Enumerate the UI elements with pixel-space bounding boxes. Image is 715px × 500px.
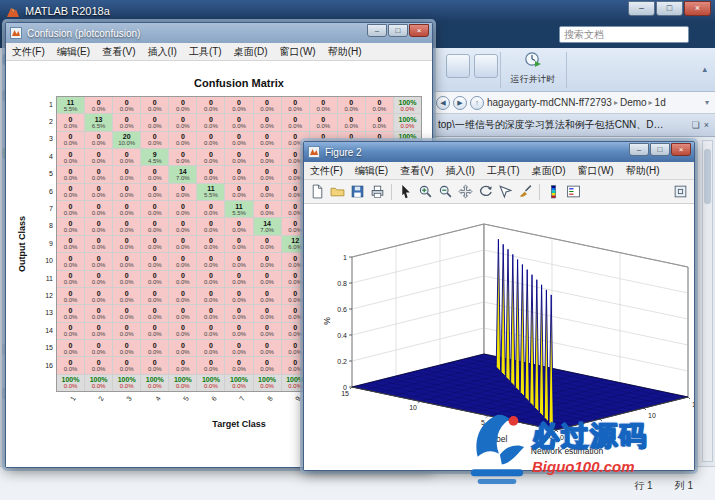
confusion-cell: 00.0%: [141, 340, 168, 356]
confusion-cell: 00.0%: [141, 357, 168, 373]
confusion-cell: 00.0%: [225, 323, 252, 339]
figure2-titlebar[interactable]: Figure 2 – □ ×: [304, 142, 694, 162]
print-icon[interactable]: [368, 182, 387, 201]
confusion-cell: 00.0%: [113, 201, 140, 217]
chevron-down-icon[interactable]: ▾: [705, 98, 709, 107]
run-and-time-button[interactable]: 运行并计时: [504, 50, 562, 90]
confusion-cell: 00.0%: [169, 236, 196, 252]
colorbar-icon[interactable]: [544, 182, 563, 201]
dock-icon[interactable]: [671, 182, 690, 201]
zoom-out-icon[interactable]: [436, 182, 455, 201]
close-button[interactable]: ×: [409, 24, 429, 37]
confusion-cell: 00.0%: [141, 236, 168, 252]
zoom-in-icon[interactable]: [416, 182, 435, 201]
search-box[interactable]: [559, 26, 689, 43]
y-tick: 6: [33, 188, 53, 195]
confusion-titlebar[interactable]: Confusion (plotconfusion) – □ ×: [6, 23, 432, 43]
confusion-cell: 00.0%: [85, 132, 112, 148]
confusion-cell: 00.0%: [169, 357, 196, 373]
confusion-cell: 00.0%: [141, 114, 168, 130]
menu-item[interactable]: 文件(F): [6, 43, 51, 61]
forward-button[interactable]: ▶: [453, 96, 467, 110]
confusion-cell: 00.0%: [169, 132, 196, 148]
save-icon[interactable]: [348, 182, 367, 201]
toolbar-separator: [391, 184, 392, 200]
collapse-ribbon-icon[interactable]: ▴: [702, 64, 707, 74]
back-button[interactable]: ◀: [436, 96, 450, 110]
menu-item[interactable]: 编辑(E): [51, 43, 96, 61]
datacursor-icon[interactable]: [496, 182, 515, 201]
plot-title: Confusion Matrix: [194, 77, 284, 89]
breadcrumb-segment[interactable]: hagaygarty-mdCNN-ff72793: [487, 97, 612, 108]
confusion-cell: 00.0%: [254, 201, 281, 217]
watermark-logo-icon: [466, 408, 528, 490]
minimize-button[interactable]: –: [629, 143, 649, 156]
run-and-time-icon: [524, 50, 542, 68]
menu-item[interactable]: 查看(V): [394, 162, 439, 180]
menu-item[interactable]: 窗口(W): [572, 162, 620, 180]
menu-item[interactable]: 编辑(E): [349, 162, 394, 180]
brush-icon[interactable]: [516, 182, 535, 201]
minimize-button[interactable]: –: [628, 1, 655, 16]
close-tab-icon[interactable]: ×: [704, 120, 709, 130]
breadcrumb-separator: ▸: [614, 98, 618, 107]
main-titlebar[interactable]: MATLAB R2018a – □ ×: [0, 0, 715, 22]
rotate3d-icon[interactable]: [476, 182, 495, 201]
x-tick: 2: [85, 395, 105, 421]
confusion-cell: 00.0%: [254, 166, 281, 182]
confusion-cell: 00.0%: [169, 149, 196, 165]
menu-item[interactable]: 帮助(H): [322, 43, 368, 61]
confusion-cell: 00.0%: [225, 114, 252, 130]
confusion-cell: 00.0%: [225, 132, 252, 148]
y-tick: 11: [33, 275, 53, 282]
open-icon[interactable]: [328, 182, 347, 201]
menu-item[interactable]: 桌面(D): [526, 162, 572, 180]
watermark-text-cn: 必过源码: [532, 418, 648, 454]
confusion-cell: 00.0%: [141, 271, 168, 287]
menu-item[interactable]: 工具(T): [183, 43, 228, 61]
breadcrumb-segment[interactable]: 1d: [655, 97, 666, 108]
maximize-button[interactable]: □: [656, 1, 683, 16]
breadcrumb-segment[interactable]: Demo: [620, 97, 647, 108]
menu-item[interactable]: 工具(T): [481, 162, 526, 180]
menu-item[interactable]: 查看(V): [96, 43, 141, 61]
svg-text:%: %: [322, 317, 332, 325]
confusion-cell: 00.0%: [254, 132, 281, 148]
confusion-cell: 00.0%: [225, 97, 252, 113]
confusion-cell: 00.0%: [225, 149, 252, 165]
close-button[interactable]: ×: [684, 1, 711, 16]
undock-icon[interactable]: ❏: [692, 120, 700, 130]
confusion-cell: 115.5%: [57, 97, 84, 113]
minimize-button[interactable]: –: [367, 24, 387, 37]
legend-icon[interactable]: [564, 182, 583, 201]
menu-item[interactable]: 插入(I): [439, 162, 480, 180]
pointer-icon[interactable]: [396, 182, 415, 201]
close-button[interactable]: ×: [671, 143, 691, 156]
menu-item[interactable]: 帮助(H): [620, 162, 666, 180]
confusion-cell: 00.0%: [85, 149, 112, 165]
menu-item[interactable]: 桌面(D): [228, 43, 274, 61]
pan-icon[interactable]: [456, 182, 475, 201]
ribbon-icon[interactable]: [474, 54, 498, 78]
confusion-cell: 00.0%: [141, 201, 168, 217]
document-tab-label[interactable]: top\一维信号的深度学习算法和例子包括CNN、DBN等，...: [438, 118, 668, 132]
confusion-cell: 00.0%: [169, 323, 196, 339]
ribbon-icon[interactable]: [446, 54, 470, 78]
confusion-cell: 00.0%: [225, 166, 252, 182]
scrollbar[interactable]: [702, 140, 713, 462]
up-folder-button[interactable]: ↑: [470, 96, 484, 110]
menu-item[interactable]: 文件(F): [304, 162, 349, 180]
y-tick: 9: [33, 240, 53, 247]
new-icon[interactable]: [308, 182, 327, 201]
search-input[interactable]: [560, 29, 700, 40]
y-tick: 14: [33, 327, 53, 334]
svg-text:0.4: 0.4: [337, 332, 347, 339]
confusion-cell: 00.0%: [310, 114, 337, 130]
confusion-cell: 00.0%: [113, 253, 140, 269]
scrollbar-thumb[interactable]: [704, 149, 711, 204]
menu-item[interactable]: 窗口(W): [274, 43, 322, 61]
menu-item[interactable]: 插入(I): [141, 43, 182, 61]
maximize-button[interactable]: □: [388, 24, 408, 37]
maximize-button[interactable]: □: [650, 143, 670, 156]
confusion-cell: 00.0%: [141, 184, 168, 200]
